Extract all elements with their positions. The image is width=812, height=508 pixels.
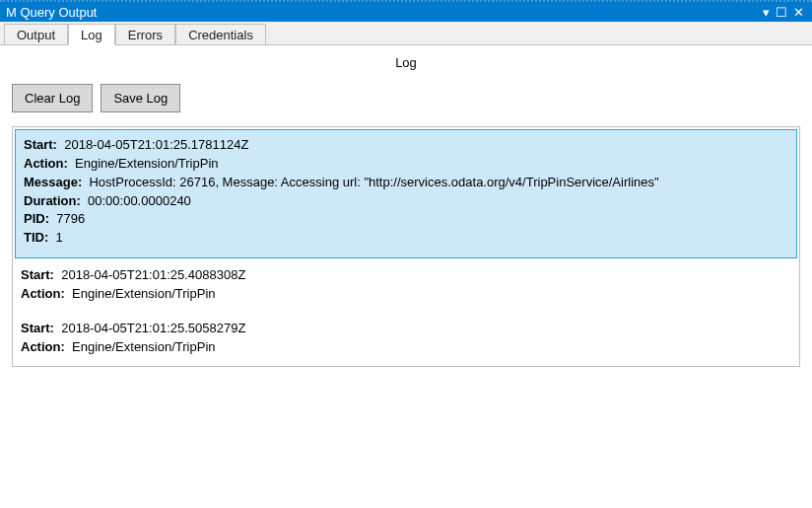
label-action: Action: (21, 339, 65, 354)
label-action: Action: (24, 156, 68, 171)
log-tid-value: 1 (56, 230, 63, 245)
toolbar: Clear Log Save Log (12, 84, 800, 112)
tab-output[interactable]: Output (4, 24, 68, 44)
label-start: Start: (24, 137, 57, 152)
label-action: Action: (21, 286, 65, 301)
close-icon[interactable]: ✕ (793, 6, 804, 19)
titlebar[interactable]: M Query Output ▾ ☐ ✕ (0, 0, 812, 22)
window-controls: ▾ ☐ ✕ (763, 6, 808, 19)
label-start: Start: (21, 321, 54, 335)
log-list: Start: 2018-04-05T21:01:25.1781124Z Acti… (12, 126, 800, 367)
log-entry[interactable]: Start: 2018-04-05T21:01:25.1781124Z Acti… (15, 129, 797, 258)
label-duration: Duration: (24, 193, 81, 208)
log-start-value: 2018-04-05T21:01:25.5058279Z (61, 321, 245, 335)
tab-credentials[interactable]: Credentials (175, 24, 266, 44)
window-title: M Query Output (4, 5, 763, 20)
log-action-value: Engine/Extension/TripPin (72, 339, 216, 354)
log-start-value: 2018-04-05T21:01:25.4088308Z (61, 267, 245, 282)
log-duration-value: 00:00:00.0000240 (88, 193, 191, 208)
content-area: Log Clear Log Save Log Start: 2018-04-05… (0, 45, 812, 377)
clear-log-button[interactable]: Clear Log (12, 84, 93, 112)
log-start-value: 2018-04-05T21:01:25.1781124Z (64, 137, 248, 152)
tab-bar: Output Log Errors Credentials (0, 22, 812, 45)
page-title: Log (12, 55, 800, 70)
log-action-value: Engine/Extension/TripPin (75, 156, 219, 171)
log-entry[interactable]: Start: 2018-04-05T21:01:25.5058279Z Acti… (13, 314, 799, 367)
maximize-icon[interactable]: ☐ (776, 6, 787, 19)
log-pid-value: 7796 (56, 211, 85, 226)
label-tid: TID: (24, 230, 48, 245)
log-action-value: Engine/Extension/TripPin (72, 286, 216, 301)
tab-errors[interactable]: Errors (115, 24, 175, 44)
save-log-button[interactable]: Save Log (101, 84, 180, 112)
label-message: Message: (24, 175, 82, 189)
log-entry[interactable]: Start: 2018-04-05T21:01:25.4088308Z Acti… (13, 260, 799, 314)
dropdown-icon[interactable]: ▾ (763, 6, 770, 19)
log-message-value: HostProcessId: 26716, Message: Accessing… (89, 175, 658, 189)
tab-log[interactable]: Log (68, 24, 115, 45)
label-pid: PID: (24, 211, 49, 226)
label-start: Start: (21, 267, 54, 282)
